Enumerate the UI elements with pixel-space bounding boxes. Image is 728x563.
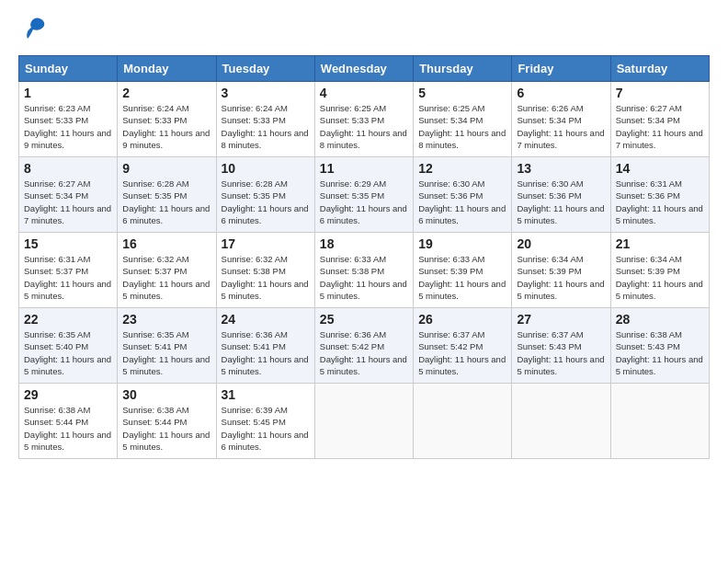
day-info: Sunrise: 6:38 AMSunset: 5:43 PMDaylight:… [616,329,703,376]
day-info: Sunrise: 6:24 AMSunset: 5:33 PMDaylight:… [122,103,210,150]
calendar-cell: 16 Sunrise: 6:32 AMSunset: 5:37 PMDaylig… [118,233,216,308]
day-number: 16 [122,236,210,251]
day-info: Sunrise: 6:38 AMSunset: 5:44 PMDaylight:… [24,405,111,452]
day-info: Sunrise: 6:33 AMSunset: 5:39 PMDaylight:… [418,254,506,301]
calendar-cell [610,384,709,459]
day-number: 3 [222,86,310,100]
day-number: 13 [517,161,605,176]
week-row-3: 15 Sunrise: 6:31 AMSunset: 5:37 PMDaylig… [19,233,710,308]
day-number: 24 [222,312,310,327]
day-number: 25 [320,312,408,327]
logo [18,15,48,44]
day-number: 30 [122,387,210,402]
day-info: Sunrise: 6:32 AMSunset: 5:37 PMDaylight:… [122,254,210,301]
calendar-cell: 21 Sunrise: 6:34 AMSunset: 5:39 PMDaylig… [610,233,709,308]
day-number: 14 [616,161,704,176]
day-info: Sunrise: 6:35 AMSunset: 5:40 PMDaylight:… [24,329,111,376]
calendar-cell: 19 Sunrise: 6:33 AMSunset: 5:39 PMDaylig… [414,233,512,308]
calendar-cell: 2 Sunrise: 6:24 AMSunset: 5:33 PMDayligh… [118,82,216,157]
day-info: Sunrise: 6:38 AMSunset: 5:44 PMDaylight:… [122,405,210,452]
day-number: 22 [24,312,112,327]
day-info: Sunrise: 6:34 AMSunset: 5:39 PMDaylight:… [616,254,703,301]
day-number: 26 [418,312,506,327]
day-number: 15 [24,236,112,251]
day-number: 31 [222,387,310,402]
day-info: Sunrise: 6:32 AMSunset: 5:38 PMDaylight:… [222,254,309,301]
header [18,15,710,44]
calendar-cell: 27 Sunrise: 6:37 AMSunset: 5:43 PMDaylig… [512,308,610,384]
day-number: 18 [320,236,408,251]
calendar-cell: 10 Sunrise: 6:28 AMSunset: 5:35 PMDaylig… [216,157,314,233]
calendar-cell: 15 Sunrise: 6:31 AMSunset: 5:37 PMDaylig… [19,233,118,308]
day-info: Sunrise: 6:27 AMSunset: 5:34 PMDaylight:… [24,178,111,225]
calendar-cell: 11 Sunrise: 6:29 AMSunset: 5:35 PMDaylig… [314,157,413,233]
calendar-cell: 23 Sunrise: 6:35 AMSunset: 5:41 PMDaylig… [118,308,216,384]
calendar-cell [414,384,512,459]
day-info: Sunrise: 6:29 AMSunset: 5:35 PMDaylight:… [320,178,407,225]
week-row-5: 29 Sunrise: 6:38 AMSunset: 5:44 PMDaylig… [19,384,710,459]
calendar-cell: 8 Sunrise: 6:27 AMSunset: 5:34 PMDayligh… [19,157,118,233]
weekday-header-row: SundayMondayTuesdayWednesdayThursdayFrid… [19,56,710,82]
day-number: 20 [517,236,605,251]
calendar-cell: 3 Sunrise: 6:24 AMSunset: 5:33 PMDayligh… [216,82,314,157]
day-number: 8 [24,161,112,176]
day-number: 4 [320,86,408,100]
day-info: Sunrise: 6:28 AMSunset: 5:35 PMDaylight:… [222,178,309,225]
calendar-cell: 29 Sunrise: 6:38 AMSunset: 5:44 PMDaylig… [19,384,118,459]
weekday-header-saturday: Saturday [610,56,709,82]
calendar-cell: 31 Sunrise: 6:39 AMSunset: 5:45 PMDaylig… [216,384,314,459]
day-number: 5 [418,86,506,100]
day-number: 7 [616,86,704,100]
weekday-header-wednesday: Wednesday [314,56,413,82]
day-info: Sunrise: 6:26 AMSunset: 5:34 PMDaylight:… [517,103,604,150]
day-info: Sunrise: 6:23 AMSunset: 5:33 PMDaylight:… [24,103,111,150]
day-number: 17 [222,236,310,251]
day-number: 2 [122,86,210,100]
day-number: 28 [616,312,704,327]
calendar-cell: 17 Sunrise: 6:32 AMSunset: 5:38 PMDaylig… [216,233,314,308]
calendar-cell: 24 Sunrise: 6:36 AMSunset: 5:41 PMDaylig… [216,308,314,384]
week-row-4: 22 Sunrise: 6:35 AMSunset: 5:40 PMDaylig… [19,308,710,384]
day-number: 29 [24,387,112,402]
weekday-header-sunday: Sunday [19,56,118,82]
day-info: Sunrise: 6:37 AMSunset: 5:43 PMDaylight:… [517,329,604,376]
day-info: Sunrise: 6:31 AMSunset: 5:37 PMDaylight:… [24,254,111,301]
calendar-cell: 1 Sunrise: 6:23 AMSunset: 5:33 PMDayligh… [19,82,118,157]
calendar-cell: 30 Sunrise: 6:38 AMSunset: 5:44 PMDaylig… [118,384,216,459]
day-number: 11 [320,161,408,176]
calendar-table: SundayMondayTuesdayWednesdayThursdayFrid… [18,55,710,459]
day-number: 19 [418,236,506,251]
calendar-cell: 6 Sunrise: 6:26 AMSunset: 5:34 PMDayligh… [512,82,610,157]
day-number: 23 [122,312,210,327]
day-info: Sunrise: 6:34 AMSunset: 5:39 PMDaylight:… [517,254,604,301]
day-info: Sunrise: 6:31 AMSunset: 5:36 PMDaylight:… [616,178,703,225]
calendar-cell: 13 Sunrise: 6:30 AMSunset: 5:36 PMDaylig… [512,157,610,233]
day-info: Sunrise: 6:30 AMSunset: 5:36 PMDaylight:… [517,178,604,225]
calendar-cell: 9 Sunrise: 6:28 AMSunset: 5:35 PMDayligh… [118,157,216,233]
weekday-header-tuesday: Tuesday [216,56,314,82]
weekday-header-monday: Monday [118,56,216,82]
calendar-cell: 20 Sunrise: 6:34 AMSunset: 5:39 PMDaylig… [512,233,610,308]
calendar-cell: 22 Sunrise: 6:35 AMSunset: 5:40 PMDaylig… [19,308,118,384]
day-number: 9 [122,161,210,176]
day-number: 21 [616,236,704,251]
calendar-cell: 4 Sunrise: 6:25 AMSunset: 5:33 PMDayligh… [314,82,413,157]
day-info: Sunrise: 6:33 AMSunset: 5:38 PMDaylight:… [320,254,407,301]
calendar-cell: 25 Sunrise: 6:36 AMSunset: 5:42 PMDaylig… [314,308,413,384]
day-number: 12 [418,161,506,176]
day-info: Sunrise: 6:36 AMSunset: 5:41 PMDaylight:… [222,329,309,376]
calendar-cell [314,384,413,459]
day-number: 10 [222,161,310,176]
day-info: Sunrise: 6:39 AMSunset: 5:45 PMDaylight:… [222,405,309,452]
day-info: Sunrise: 6:25 AMSunset: 5:34 PMDaylight:… [418,103,506,150]
day-info: Sunrise: 6:36 AMSunset: 5:42 PMDaylight:… [320,329,407,376]
calendar-cell: 18 Sunrise: 6:33 AMSunset: 5:38 PMDaylig… [314,233,413,308]
calendar-cell: 5 Sunrise: 6:25 AMSunset: 5:34 PMDayligh… [414,82,512,157]
day-number: 6 [517,86,605,100]
calendar-cell [512,384,610,459]
calendar-cell: 7 Sunrise: 6:27 AMSunset: 5:34 PMDayligh… [610,82,709,157]
calendar-cell: 28 Sunrise: 6:38 AMSunset: 5:43 PMDaylig… [610,308,709,384]
week-row-2: 8 Sunrise: 6:27 AMSunset: 5:34 PMDayligh… [19,157,710,233]
day-info: Sunrise: 6:24 AMSunset: 5:33 PMDaylight:… [222,103,309,150]
weekday-header-friday: Friday [512,56,610,82]
